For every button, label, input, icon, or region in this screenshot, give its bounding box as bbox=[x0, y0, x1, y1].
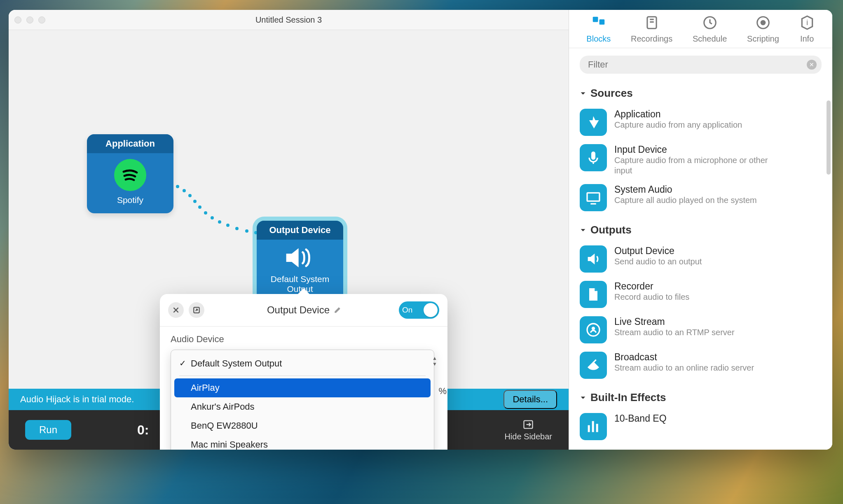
scrollbar[interactable] bbox=[827, 100, 831, 175]
chevron-down-icon bbox=[580, 227, 586, 233]
audio-device-label: Audio Device bbox=[171, 334, 437, 345]
zoom-window-button[interactable] bbox=[38, 16, 45, 23]
audio-device-dropdown[interactable]: Default System Output AirPlay Ankur's Ai… bbox=[171, 350, 437, 450]
library-item-recorder[interactable]: RecorderRecord audio to files bbox=[580, 277, 822, 312]
trial-message: Audio Hijack is in trial mode. bbox=[20, 394, 134, 405]
satellite-icon bbox=[580, 316, 607, 343]
window-title: Untitled Session 3 bbox=[9, 15, 569, 25]
svg-point-24 bbox=[592, 327, 595, 329]
menu-item-benq[interactable]: BenQ EW2880U bbox=[174, 416, 431, 435]
svg-point-1 bbox=[183, 189, 186, 192]
file-icon bbox=[580, 281, 607, 308]
svg-point-19 bbox=[761, 21, 765, 25]
library-item-live-stream[interactable]: Live StreamStream audio to an RTMP serve… bbox=[580, 312, 822, 348]
library-item-10-band-eq[interactable]: 10-Band EQ bbox=[580, 409, 822, 444]
clear-filter-button[interactable]: ✕ bbox=[807, 60, 817, 70]
svg-point-6 bbox=[211, 216, 214, 219]
popover-enable-toggle[interactable]: On bbox=[399, 301, 439, 319]
menu-item-default[interactable]: Default System Output bbox=[174, 354, 431, 373]
section-outputs[interactable]: Outputs bbox=[580, 215, 822, 241]
edit-icon[interactable] bbox=[334, 306, 341, 314]
tab-recordings[interactable]: Recordings bbox=[631, 15, 672, 44]
hide-sidebar-button[interactable]: Hide Sidebar bbox=[504, 419, 552, 441]
svg-point-3 bbox=[193, 200, 197, 203]
session-timer: 0: bbox=[137, 422, 149, 438]
scripting-icon bbox=[755, 15, 771, 33]
svg-point-10 bbox=[245, 229, 248, 233]
speaker-icon bbox=[580, 245, 607, 273]
tab-scripting[interactable]: Scripting bbox=[747, 15, 779, 44]
svg-point-0 bbox=[176, 185, 179, 188]
menu-item-macmini[interactable]: Mac mini Speakers bbox=[174, 435, 431, 450]
dish-icon bbox=[580, 352, 607, 379]
block-application[interactable]: Application Spotify bbox=[87, 134, 173, 213]
svg-point-4 bbox=[198, 205, 201, 209]
app-window: Untitled Session 3 Application Spotify bbox=[9, 10, 832, 450]
info-icon: i bbox=[799, 15, 815, 33]
svg-rect-21 bbox=[591, 152, 595, 160]
main-pane: Untitled Session 3 Application Spotify bbox=[9, 10, 569, 450]
svg-point-7 bbox=[218, 220, 221, 224]
svg-rect-25 bbox=[588, 425, 590, 432]
tab-blocks[interactable]: Blocks bbox=[586, 15, 611, 44]
filter-input[interactable] bbox=[580, 56, 822, 74]
eq-icon bbox=[580, 413, 607, 440]
svg-text:i: i bbox=[806, 18, 808, 27]
microphone-icon bbox=[580, 144, 607, 171]
output-device-popover[interactable]: Output Device On Audio Device Default Sy… bbox=[160, 294, 447, 450]
svg-point-9 bbox=[235, 227, 239, 230]
block-application-label: Spotify bbox=[117, 195, 143, 205]
svg-point-8 bbox=[226, 224, 229, 227]
chevron-down-icon bbox=[580, 394, 586, 401]
popover-close-button[interactable] bbox=[168, 302, 184, 318]
spotify-icon bbox=[114, 159, 146, 191]
library-item-system-audio[interactable]: System AudioCapture all audio played on … bbox=[580, 180, 822, 215]
traffic-lights bbox=[14, 16, 45, 23]
popover-title: Output Device bbox=[209, 304, 399, 316]
volume-percent: % bbox=[438, 386, 447, 397]
app-store-icon bbox=[580, 109, 607, 136]
block-library: Sources ApplicationCapture audio from an… bbox=[569, 77, 832, 450]
sidebar: BlocksRecordingsScheduleScriptingiInfo ✕… bbox=[569, 10, 832, 450]
library-item-application[interactable]: ApplicationCapture audio from any applic… bbox=[580, 105, 822, 140]
svg-rect-26 bbox=[592, 421, 594, 432]
recordings-icon bbox=[644, 15, 660, 33]
run-button[interactable]: Run bbox=[25, 420, 71, 440]
tab-info[interactable]: iInfo bbox=[799, 15, 815, 44]
trial-details-button[interactable]: Details... bbox=[503, 390, 557, 409]
audio-device-menu: Default System Output AirPlay Ankur's Ai… bbox=[171, 350, 434, 450]
menu-item-airplay[interactable]: AirPlay bbox=[174, 378, 431, 397]
library-item-output-device[interactable]: Output DeviceSend audio to an output bbox=[580, 241, 822, 277]
section-built-in-effects[interactable]: Built-In Effects bbox=[580, 383, 822, 409]
svg-point-5 bbox=[204, 211, 207, 215]
sidebar-tabs: BlocksRecordingsScheduleScriptingiInfo bbox=[569, 10, 832, 48]
svg-rect-22 bbox=[587, 193, 599, 201]
speaker-icon bbox=[281, 245, 318, 270]
section-sources[interactable]: Sources bbox=[580, 79, 822, 105]
stepper-arrows-icon[interactable]: ▲▼ bbox=[430, 355, 439, 367]
svg-rect-15 bbox=[599, 19, 604, 25]
minimize-window-button[interactable] bbox=[26, 16, 33, 23]
blocks-icon bbox=[591, 15, 606, 33]
schedule-icon bbox=[702, 15, 718, 33]
popover-popout-button[interactable] bbox=[189, 302, 204, 318]
library-item-input-device[interactable]: Input DeviceCapture audio from a microph… bbox=[580, 140, 822, 180]
svg-rect-14 bbox=[593, 17, 598, 22]
library-item-broadcast[interactable]: BroadcastStream audio to an online radio… bbox=[580, 348, 822, 383]
connection-line bbox=[173, 178, 264, 244]
display-icon bbox=[580, 184, 607, 211]
hide-sidebar-icon bbox=[522, 419, 534, 430]
tab-schedule[interactable]: Schedule bbox=[693, 15, 727, 44]
chevron-down-icon bbox=[580, 90, 586, 97]
block-application-header: Application bbox=[87, 134, 173, 153]
svg-point-2 bbox=[188, 194, 192, 197]
menu-item-airpods[interactable]: Ankur's AirPods bbox=[174, 397, 431, 416]
block-output-header: Output Device bbox=[257, 221, 343, 240]
close-window-button[interactable] bbox=[14, 16, 21, 23]
svg-rect-27 bbox=[596, 424, 598, 432]
titlebar[interactable]: Untitled Session 3 bbox=[9, 10, 569, 30]
